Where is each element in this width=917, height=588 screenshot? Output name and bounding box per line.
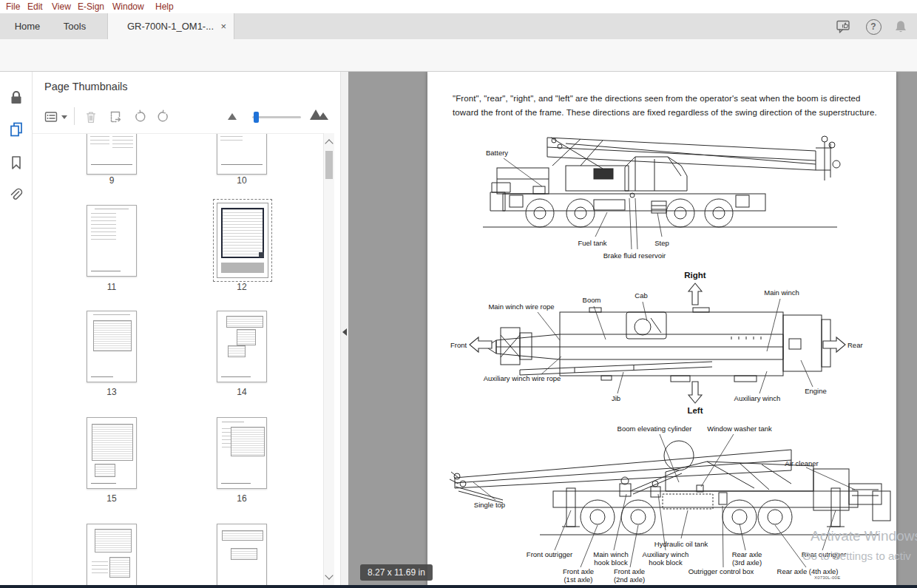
options-list-icon [44,109,58,124]
thumbnail-page-13[interactable] [87,311,137,382]
share-feedback-button[interactable] [833,18,855,36]
bell-icon [893,18,909,35]
zoom-out-thumbnails-icon[interactable] [228,113,237,120]
menu-file[interactable]: File [6,1,20,12]
menu-bar: File Edit View E-Sign Window Help [0,0,917,14]
label-main-winch-hook-block: Main winch [593,550,629,558]
thumbnails-toolbar [33,101,340,133]
label-battery: Battery [486,149,508,157]
tab-home-label: Home [15,21,41,32]
label-front-axle-1: Front axle [563,567,594,575]
thumbnail-page-14[interactable] [217,311,267,382]
label-rear-axle-3-2: (3rd axle) [732,558,762,567]
label-main-winch: Main winch [764,288,799,297]
trash-icon [84,109,98,124]
thumbnail-caption: 16 [217,493,267,504]
label-rear-axle-4: Rear axle (4th axle) [777,567,839,575]
scrollbar-thumb[interactable] [325,151,333,179]
label-front: Front [450,341,467,349]
panel-divider[interactable] [340,72,348,586]
tab-home[interactable]: Home [6,13,49,39]
label-single-top: Single top [474,501,505,509]
label-step: Step [654,239,669,247]
navigation-rail [0,72,33,586]
page-thumbnails-panel-button[interactable] [7,120,26,139]
thumbnails-panel-header: Page Thumbnails × [33,72,340,101]
tab-tools-label: Tools [64,21,86,32]
label-cab: Cab [635,291,647,300]
intro-text-line1: "Front", "rear", "right", and "left" are… [453,94,861,103]
thumbnail-caption: 14 [217,387,267,397]
collapse-panel-icon[interactable] [342,328,347,336]
label-front-axle-2: Front axle [614,567,645,575]
label-auxiliary-winch-hook-block-2: hook block [649,558,683,567]
rotate-counterclockwise-button[interactable] [129,105,150,129]
label-hydraulic-oil-tank: Hydraulic oil tank [654,540,708,548]
thumbnail-page-12-selected[interactable] [213,199,272,282]
label-main-winch-hook-block-2: hook block [594,558,628,567]
label-left: Left [687,406,703,415]
activate-windows-watermark-line2: Go to Settings to activ [802,550,911,562]
thumbnail-size-slider-track[interactable] [252,116,301,118]
label-jib: Jib [612,394,620,402]
rotate-left-icon [132,109,147,124]
bottom-edge-strip [0,585,917,588]
lock-icon [7,89,25,107]
thumbnail-caption: 15 [87,493,137,504]
crane-side-view-drawing [483,136,840,227]
menu-help[interactable]: Help [155,1,174,12]
thumbnail-page-17[interactable] [87,524,137,587]
thumbnail-caption: 10 [217,175,267,186]
crane-top-view-diagram: Right Left Front Rear Main winch wire ro… [449,266,901,416]
thumbnail-caption: 12 [217,282,267,292]
label-front-outrigger: Front outrigger [527,550,572,558]
bookmarks-panel-button[interactable] [7,153,26,172]
thumbnail-caption: 13 [87,387,137,397]
tab-close-icon[interactable]: × [220,21,226,32]
thumbnail-page-11[interactable] [87,205,137,277]
menu-edit[interactable]: Edit [27,1,43,12]
label-rear-axle-3: Rear axle [732,550,762,558]
tab-document[interactable]: GR-700N-1_OM1-... × [107,13,234,39]
thumbnail-page-15[interactable] [87,417,137,489]
thumbnail-page-9[interactable] [87,133,137,175]
paperclip-icon [7,186,25,204]
crane-side-view-diagram: Battery Fuel tank Brake fluid reservoir … [477,127,843,266]
thumbnail-size-slider-thumb[interactable] [254,112,259,123]
label-fuel-tank: Fuel tank [578,239,606,247]
label-window-washer-tank: Window washer tank [707,425,772,433]
intro-text-line2: toward the front of the frame. These dir… [453,108,877,117]
thumbnail-grid: 9 10 11 12 13 [33,133,323,587]
crane-top-view-drawing [486,308,830,382]
acrobat-window: File Edit View E-Sign Window Help Home T… [0,0,917,588]
thumbnails-scrollbar [323,133,334,586]
thumbnail-page-10[interactable] [217,133,267,175]
thumbnail-page-16[interactable] [217,417,267,489]
label-boom-elevating-cylinder: Boom elevating cylinder [617,425,692,433]
help-button[interactable]: ? [864,18,883,36]
scroll-up-icon[interactable] [325,139,333,147]
tab-tools[interactable]: Tools [55,13,95,39]
panel-title: Page Thumbnails [44,81,128,92]
label-right: Right [684,271,706,280]
extract-pages-button[interactable] [105,105,126,129]
label-auxiliary-winch-hook-block: Auxiliary winch [643,550,689,558]
document-pane: "Front", "rear", "right", and "left" are… [348,72,917,586]
label-auxiliary-winch: Auxiliary winch [734,394,781,402]
thumbnail-caption: 11 [87,282,137,292]
rotate-clockwise-button[interactable] [153,105,174,129]
thumbnail-delete-button[interactable] [81,105,101,129]
thumbnail-options-dropdown[interactable] [40,105,71,129]
menu-view[interactable]: View [52,1,71,12]
scroll-down-icon[interactable] [325,571,333,579]
menu-esign[interactable]: E-Sign [78,1,104,12]
thumbnail-page-18[interactable] [217,524,267,587]
label-main-winch-wire-rope: Main winch wire rope [488,303,554,311]
rotate-right-icon [156,109,171,124]
tab-document-label: GR-700N-1_OM1-... [127,21,214,32]
chevron-down-icon [61,115,67,119]
menu-window[interactable]: Window [112,1,144,12]
lock-panel-button[interactable] [7,88,26,107]
attachments-panel-button[interactable] [7,186,26,205]
notifications-button[interactable] [890,18,911,36]
